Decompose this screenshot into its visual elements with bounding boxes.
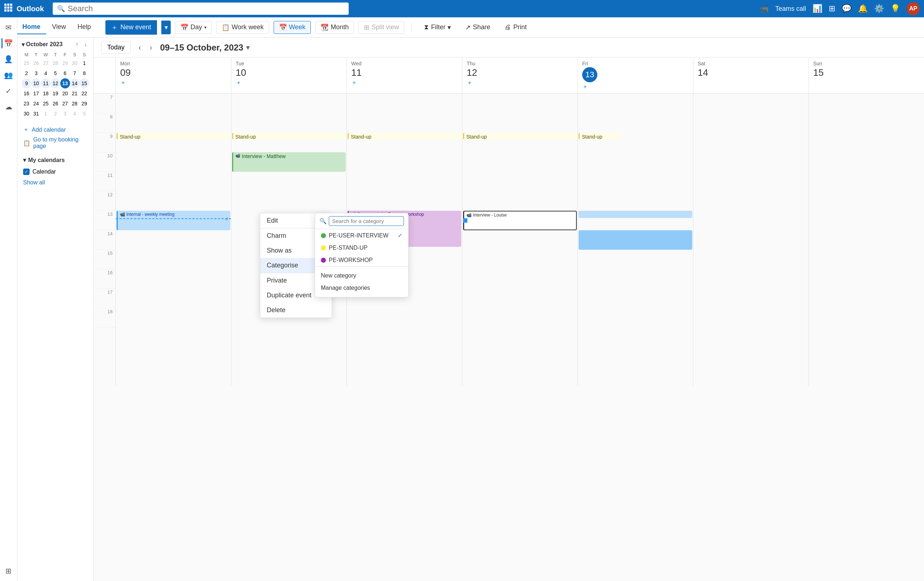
event-lightblue-fri[interactable] bbox=[579, 230, 692, 250]
manage-categories-action[interactable]: Manage categories bbox=[315, 282, 408, 294]
category-search-input[interactable] bbox=[329, 216, 404, 226]
mini-cal-day[interactable]: 7 bbox=[70, 68, 80, 78]
avatar[interactable]: AP bbox=[907, 2, 920, 15]
settings-icon[interactable]: ⚙️ bbox=[874, 4, 884, 13]
search-box[interactable]: 🔍 bbox=[53, 3, 349, 15]
filter-btn[interactable]: ⧗ Filter ▾ bbox=[419, 21, 456, 33]
mini-cal-day[interactable]: 1 bbox=[79, 58, 89, 68]
sidebar-icon-calendar[interactable]: 📅 bbox=[2, 36, 16, 51]
col-sun[interactable] bbox=[808, 94, 924, 386]
event-standup-fri[interactable]: Stand-up bbox=[579, 133, 621, 139]
mini-cal-day[interactable]: 2 bbox=[51, 109, 60, 119]
calendar-item[interactable]: ✓ Calendar bbox=[17, 167, 94, 177]
event-standup-mon[interactable]: Stand-up bbox=[117, 133, 230, 139]
mini-cal-day[interactable]: 5 bbox=[51, 68, 60, 78]
event-internal-mon[interactable]: 📹 Internal - weekly meeting ↺ bbox=[117, 211, 230, 230]
share-btn[interactable]: ↗ Share bbox=[460, 21, 495, 33]
show-all-link[interactable]: Show all bbox=[17, 177, 94, 188]
mini-cal-day[interactable]: 8 bbox=[79, 68, 89, 78]
mini-cal-day[interactable]: 21 bbox=[70, 88, 80, 99]
mini-cal-day[interactable]: 19 bbox=[51, 88, 60, 99]
mini-cal-day[interactable]: 4 bbox=[41, 68, 51, 78]
mini-cal-day[interactable]: 11 bbox=[41, 78, 51, 88]
feedback-icon[interactable]: 💬 bbox=[842, 4, 851, 13]
range-dropdown-icon[interactable]: ▾ bbox=[246, 44, 249, 51]
mini-cal-day[interactable]: 27 bbox=[60, 99, 70, 109]
mini-cal-day[interactable]: 14 bbox=[70, 78, 80, 88]
cal-next[interactable]: › bbox=[146, 42, 156, 53]
work-week-view-btn[interactable]: 📋 Work week bbox=[216, 21, 269, 34]
booking-page-link[interactable]: 📋 Go to my booking page bbox=[23, 136, 88, 149]
mini-cal-day[interactable]: 25 bbox=[41, 99, 51, 109]
event-standup-wed[interactable]: Stand-up bbox=[348, 133, 461, 139]
mini-cal-day[interactable]: 29 bbox=[60, 58, 70, 68]
nav-view[interactable]: View bbox=[46, 20, 72, 34]
add-event-wed[interactable]: ＋ bbox=[351, 79, 458, 87]
mini-cal-day[interactable]: 29 bbox=[79, 99, 89, 109]
event-bluebar-fri[interactable] bbox=[579, 211, 692, 218]
nav-help[interactable]: Help bbox=[72, 20, 97, 34]
mini-cal-day[interactable]: 4 bbox=[70, 109, 80, 119]
mini-cal-day[interactable]: 2 bbox=[21, 68, 31, 78]
event-standup-tue[interactable]: Stand-up bbox=[232, 133, 346, 139]
calendar-checkbox[interactable]: ✓ bbox=[23, 168, 30, 175]
cal-prev[interactable]: ‹ bbox=[135, 42, 145, 53]
add-event-mon[interactable]: ＋ bbox=[120, 79, 227, 87]
cat-item-standup[interactable]: PE-STAND-UP bbox=[315, 242, 408, 254]
notification-icon[interactable]: 🔔 bbox=[858, 4, 868, 13]
mini-cal-day[interactable]: 26 bbox=[31, 58, 41, 68]
mini-cal-day[interactable]: 26 bbox=[51, 99, 60, 109]
mini-cal-day[interactable]: 1 bbox=[41, 109, 51, 119]
mini-cal-day[interactable]: 5 bbox=[79, 109, 89, 119]
event-interview-louise[interactable]: 📹 Interview - Louise bbox=[463, 211, 577, 230]
mini-cal-day[interactable]: 9 bbox=[21, 78, 31, 88]
mini-cal-day[interactable]: 3 bbox=[60, 109, 70, 119]
help-icon[interactable]: 💡 bbox=[891, 4, 900, 13]
context-menu-delete[interactable]: Delete bbox=[260, 303, 332, 318]
col-sat[interactable] bbox=[693, 94, 808, 386]
add-event-fri[interactable]: ＋ bbox=[582, 83, 689, 91]
mini-cal-day[interactable]: 16 bbox=[21, 88, 31, 99]
new-category-action[interactable]: New category bbox=[315, 269, 408, 282]
sidebar-icon-mail[interactable]: ✉ bbox=[2, 20, 16, 35]
mini-cal-day[interactable]: 20 bbox=[60, 88, 70, 99]
mini-cal-prev[interactable]: ↑ bbox=[73, 40, 81, 48]
add-event-tue[interactable]: ＋ bbox=[236, 79, 342, 87]
cat-item-user-interview[interactable]: PE-USER-INTERVIEW ✓ bbox=[315, 229, 408, 242]
mini-cal-day[interactable]: 25 bbox=[21, 58, 31, 68]
sidebar-icon-people[interactable]: 👤 bbox=[2, 52, 16, 66]
mini-cal-day[interactable]: 27 bbox=[41, 58, 51, 68]
mini-cal-day[interactable]: 13 bbox=[60, 78, 70, 88]
mini-cal-day[interactable]: 28 bbox=[51, 58, 60, 68]
mini-cal-title[interactable]: ▾ October 2023 bbox=[21, 41, 63, 48]
waffle-icon[interactable] bbox=[4, 3, 12, 14]
mini-cal-day[interactable]: 24 bbox=[31, 99, 41, 109]
add-event-thu[interactable]: ＋ bbox=[467, 79, 573, 87]
col-thu[interactable]: Stand-up 📹 Interview - Louise bbox=[462, 94, 578, 386]
day-view-btn[interactable]: 📅 Day ▾ bbox=[175, 21, 212, 34]
mini-cal-day[interactable]: 18 bbox=[41, 88, 51, 99]
teams-call-label[interactable]: Teams call bbox=[775, 5, 806, 13]
event-interview-matthew[interactable]: 📹 Interview - Matthew bbox=[232, 152, 346, 172]
mini-cal-day[interactable]: 6 bbox=[60, 68, 70, 78]
mini-cal-day[interactable]: 23 bbox=[21, 99, 31, 109]
mini-cal-day[interactable]: 31 bbox=[31, 109, 41, 119]
mini-cal-day[interactable]: 22 bbox=[79, 88, 89, 99]
new-event-button[interactable]: ＋ New event bbox=[106, 20, 157, 35]
mini-cal-day[interactable]: 15 bbox=[79, 78, 89, 88]
sidebar-icon-groups[interactable]: 👥 bbox=[2, 68, 16, 82]
mini-cal-day[interactable]: 17 bbox=[31, 88, 41, 99]
mini-cal-day[interactable]: 10 bbox=[31, 78, 41, 88]
mini-cal-next[interactable]: ↓ bbox=[82, 40, 89, 48]
today-button[interactable]: Today bbox=[101, 41, 131, 54]
sidebar-icon-grid[interactable]: ⊞ bbox=[2, 564, 16, 578]
cat-item-workshop[interactable]: PE-WORKSHOP bbox=[315, 254, 408, 266]
col-fri[interactable]: Stand-up bbox=[578, 94, 693, 386]
mini-cal-day[interactable]: 28 bbox=[70, 99, 80, 109]
sidebar-icon-tasks[interactable]: ✓ bbox=[2, 84, 16, 98]
split-view-btn[interactable]: ⊞ Split view bbox=[358, 21, 404, 34]
print-btn[interactable]: 🖨 Print bbox=[500, 21, 532, 33]
immersive-icon[interactable]: ⊞ bbox=[829, 4, 835, 13]
mini-cal-day[interactable]: 30 bbox=[70, 58, 80, 68]
month-view-btn[interactable]: 📆 Month bbox=[315, 21, 354, 34]
